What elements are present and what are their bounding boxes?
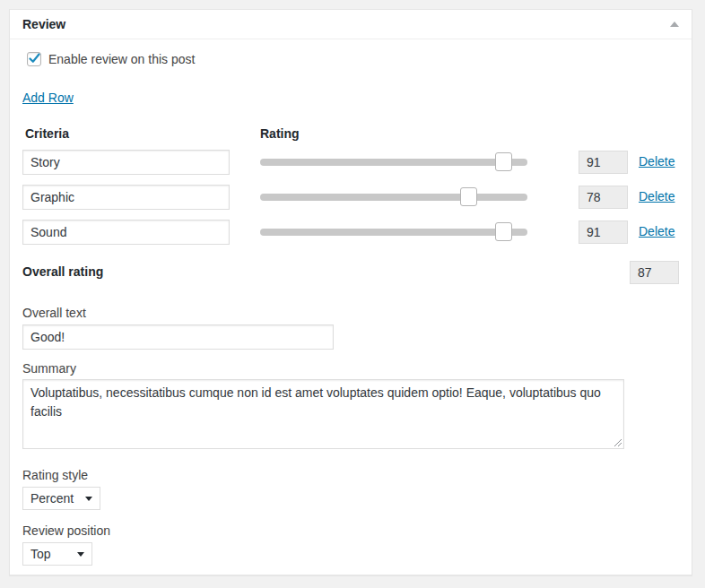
metabox-title: Review xyxy=(22,16,65,32)
criteria-row: Delete xyxy=(22,185,679,210)
overall-rating-value-box xyxy=(630,261,679,284)
select-arrow-icon xyxy=(77,552,84,557)
rating-value-box xyxy=(579,220,628,244)
overall-rating-label: Overall rating xyxy=(22,264,579,280)
add-row-link[interactable]: Add Row xyxy=(22,90,74,106)
summary-textarea[interactable]: Voluptatibus, necessitatibus cumque non … xyxy=(22,379,624,449)
summary-label: Summary xyxy=(22,360,679,376)
criteria-table-header: Criteria Rating xyxy=(22,125,679,142)
review-position-selected-value: Top xyxy=(30,546,51,562)
enable-review-row: Enable review on this post xyxy=(27,51,679,67)
criteria-input[interactable] xyxy=(22,185,230,210)
review-position-select[interactable]: Top xyxy=(22,542,92,566)
select-arrow-icon xyxy=(85,497,92,501)
rating-value-box xyxy=(579,186,628,209)
overall-text-label: Overall text xyxy=(22,305,679,321)
slider-handle[interactable] xyxy=(460,187,477,206)
rating-slider[interactable] xyxy=(260,229,527,236)
collapse-arrow-icon[interactable] xyxy=(670,22,679,27)
criteria-input[interactable] xyxy=(22,220,230,245)
checkmark-icon xyxy=(29,53,40,64)
review-metabox: Review Enable review on this post Add Ro… xyxy=(9,9,692,575)
rating-column-header: Rating xyxy=(260,125,300,142)
rating-slider[interactable] xyxy=(260,194,527,201)
rating-slider[interactable] xyxy=(260,159,527,166)
overall-rating-row: Overall rating xyxy=(22,260,679,285)
review-position-label: Review position xyxy=(22,523,679,539)
summary-textarea-wrap: Voluptatibus, necessitatibus cumque non … xyxy=(22,379,624,449)
metabox-body: Enable review on this post Add Row Crite… xyxy=(10,51,692,575)
enable-review-label: Enable review on this post xyxy=(48,51,195,67)
criteria-row: Delete xyxy=(22,220,679,245)
criteria-row: Delete xyxy=(22,150,679,175)
slider-handle[interactable] xyxy=(495,152,512,171)
overall-text-input[interactable] xyxy=(22,324,334,350)
delete-row-link[interactable]: Delete xyxy=(639,153,675,169)
resize-handle-icon[interactable] xyxy=(614,438,622,447)
slider-handle[interactable] xyxy=(495,222,512,241)
delete-row-link[interactable]: Delete xyxy=(639,188,675,204)
delete-row-link[interactable]: Delete xyxy=(639,223,675,239)
rating-style-label: Rating style xyxy=(22,467,679,483)
enable-review-checkbox[interactable] xyxy=(27,52,41,66)
criteria-column-header: Criteria xyxy=(22,125,260,142)
criteria-input[interactable] xyxy=(22,150,230,175)
rating-value-box xyxy=(579,151,628,174)
metabox-header[interactable]: Review xyxy=(10,10,692,39)
rating-style-selected-value: Percent xyxy=(30,490,74,506)
rating-style-select[interactable]: Percent xyxy=(22,487,100,510)
